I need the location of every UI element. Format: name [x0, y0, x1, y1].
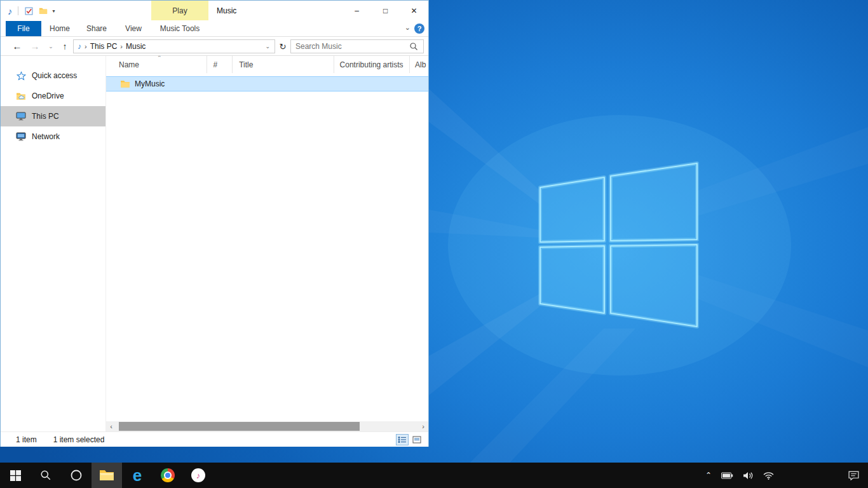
sidebar-item-label: This PC — [32, 112, 59, 121]
sidebar-item-quick-access[interactable]: Quick access — [1, 65, 105, 86]
file-list: Name # Title Contributing artists Alb ⌃ … — [106, 56, 428, 421]
scrollbar-thumb[interactable] — [119, 422, 360, 431]
search-icon — [40, 470, 51, 481]
ribbon-collapse-icon[interactable]: ⌄ — [405, 24, 410, 32]
wifi-icon[interactable] — [763, 471, 774, 480]
refresh-button[interactable]: ↻ — [276, 39, 290, 53]
minimize-button[interactable]: – — [342, 1, 371, 20]
sidebar-item-label: Quick access — [32, 71, 77, 80]
window-controls: – □ ✕ — [342, 1, 428, 20]
back-button[interactable]: ← — [10, 37, 24, 55]
taskbar-edge-button[interactable]: e — [122, 463, 153, 488]
qat-new-folder-icon[interactable] — [37, 5, 49, 17]
tab-music-tools[interactable]: Music Tools — [151, 21, 208, 36]
sort-ascending-icon: ⌃ — [157, 56, 162, 61]
up-button[interactable]: ↑ — [58, 37, 72, 55]
tab-file[interactable]: File — [6, 21, 41, 36]
file-name: MyMusic — [135, 79, 165, 88]
computer-icon — [16, 111, 26, 121]
address-bar[interactable]: ♪ › This PC › Music ⌄ — [73, 39, 275, 53]
taskbar-file-explorer-button[interactable] — [92, 463, 122, 488]
sidebar-item-network[interactable]: Network — [1, 126, 105, 147]
tab-share[interactable]: Share — [78, 21, 115, 36]
star-icon — [16, 71, 26, 81]
sidebar-item-this-pc[interactable]: This PC — [1, 106, 105, 126]
file-row-mymusic[interactable]: MyMusic — [106, 76, 428, 92]
chrome-icon — [161, 468, 175, 482]
taskbar-itunes-button[interactable]: ♪ — [183, 463, 214, 488]
status-bar: 1 item 1 item selected — [1, 431, 428, 447]
titlebar: ♪ ▾ Play Music – □ ✕ — [1, 1, 428, 21]
volume-icon[interactable] — [743, 471, 754, 480]
column-headers: Name # Title Contributing artists Alb ⌃ — [106, 56, 428, 73]
system-tray: ⌃ — [705, 463, 774, 488]
taskbar-chrome-button[interactable] — [153, 463, 183, 488]
music-note-app-icon: ♪ — [8, 6, 13, 17]
ribbon-tab-row: File Home Share View Music Tools ⌄ ? — [1, 21, 428, 37]
tab-view[interactable]: View — [115, 21, 152, 36]
start-button[interactable] — [0, 463, 31, 488]
column-header-title[interactable]: Title — [233, 56, 334, 73]
windows-logo-icon — [10, 470, 21, 481]
recent-locations-icon[interactable]: ⌄ — [44, 37, 58, 55]
large-icons-view-button[interactable] — [410, 434, 423, 445]
address-music-icon: ♪ — [78, 42, 81, 51]
cortana-button[interactable] — [61, 463, 92, 488]
sidebar-item-label: Network — [32, 132, 60, 141]
breadcrumb-separator: › — [85, 43, 87, 50]
itunes-icon: ♪ — [191, 468, 205, 482]
show-hidden-icons-chevron[interactable]: ⌃ — [705, 471, 712, 480]
taskbar-search-button[interactable] — [31, 463, 61, 488]
horizontal-scrollbar[interactable]: ‹ › — [106, 421, 428, 431]
qat-properties-icon[interactable] — [24, 5, 35, 17]
item-count: 1 item — [16, 435, 37, 444]
tab-home[interactable]: Home — [41, 21, 78, 36]
file-explorer-icon — [99, 469, 114, 482]
scroll-right-icon[interactable]: › — [418, 421, 428, 431]
qat-customize-icon[interactable]: ▾ — [53, 8, 55, 14]
onedrive-folder-icon — [16, 91, 26, 101]
view-toggle-buttons — [396, 434, 423, 445]
taskbar: e ♪ ⌃ — [0, 463, 868, 488]
edge-icon: e — [133, 467, 142, 484]
breadcrumb-this-pc[interactable]: This PC — [90, 42, 118, 51]
search-box — [290, 39, 424, 53]
search-icon[interactable] — [409, 42, 418, 51]
action-center-icon — [848, 471, 859, 480]
cortana-ring-icon — [70, 469, 83, 482]
close-button[interactable]: ✕ — [400, 1, 428, 20]
sidebar-item-label: OneDrive — [32, 92, 64, 100]
breadcrumb-separator: › — [120, 43, 123, 50]
battery-icon[interactable] — [721, 472, 733, 479]
search-input[interactable] — [291, 42, 409, 51]
contextual-tab-play[interactable]: Play — [151, 1, 208, 20]
action-center-button[interactable] — [848, 463, 859, 488]
address-dropdown-icon[interactable]: ⌄ — [265, 43, 275, 50]
sidebar-item-onedrive[interactable]: OneDrive — [1, 86, 105, 106]
desktop: ♪ ▾ Play Music – □ ✕ File Home Share Vie… — [0, 0, 868, 488]
qat-separator — [18, 6, 18, 15]
details-view-button[interactable] — [396, 434, 409, 445]
folder-icon — [120, 79, 130, 88]
breadcrumb-music[interactable]: Music — [126, 42, 146, 51]
navigation-pane: Quick access OneDrive This PC Network — [1, 56, 106, 431]
network-icon — [16, 132, 26, 142]
scroll-left-icon[interactable]: ‹ — [106, 421, 116, 431]
column-header-album[interactable]: Alb — [410, 56, 428, 73]
column-header-artists[interactable]: Contributing artists — [334, 56, 410, 73]
window-title: Music — [217, 1, 236, 21]
selection-count: 1 item selected — [53, 435, 105, 444]
address-toolbar: ← → ⌄ ↑ ♪ › This PC › Music ⌄ ↻ — [1, 37, 428, 56]
column-header-number[interactable]: # — [207, 56, 233, 73]
explorer-window: ♪ ▾ Play Music – □ ✕ File Home Share Vie… — [0, 0, 429, 447]
help-icon[interactable]: ? — [414, 24, 424, 34]
maximize-button[interactable]: □ — [371, 1, 400, 20]
forward-button[interactable]: → — [28, 37, 42, 55]
